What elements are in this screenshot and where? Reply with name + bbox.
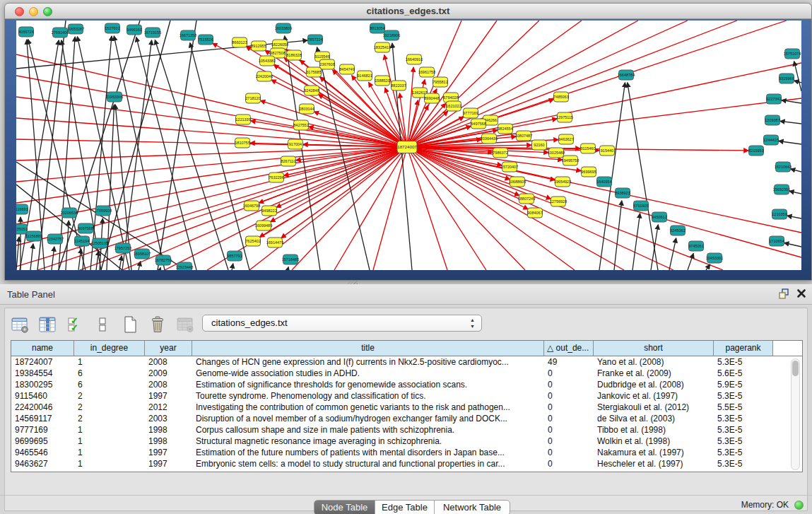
cell-title[interactable]: Embryonic stem cells: a model to study s… [192, 458, 544, 469]
cell-title[interactable]: Estimation of the future numbers of pati… [192, 447, 544, 458]
graph-node[interactable]: 9745061 [688, 241, 703, 251]
cell-year[interactable]: 1997 [145, 390, 192, 402]
cell-year[interactable]: 2003 [145, 413, 192, 424]
cell-in_degree[interactable]: 1 [74, 424, 145, 436]
cell-short[interactable]: Tibbo et al. (1998) [594, 424, 714, 436]
table-row[interactable]: 2242004622012Investigating the contribut… [11, 402, 802, 413]
graph-node[interactable]: 4055724 [18, 27, 33, 37]
cell-name[interactable]: 9465546 [11, 447, 74, 458]
graph-node[interactable]: 7485063 [553, 92, 568, 102]
graph-node[interactable]: 16099489 [255, 221, 272, 230]
cell-out_de[interactable]: 0 [544, 413, 594, 424]
cell-out_de[interactable]: 49 [544, 356, 594, 368]
citation-network-graph[interactable]: 4055724276914061065328715276026466160167… [16, 21, 801, 270]
cell-in_degree[interactable]: 2 [74, 390, 145, 402]
network-canvas[interactable]: 4055724276914061065328715276026466160167… [16, 21, 801, 270]
graph-node[interactable]: 7857224 [307, 35, 322, 45]
graph-node[interactable]: 2803144 [299, 104, 314, 114]
graph-node[interactable]: 16914479 [266, 238, 283, 247]
graph-node[interactable]: 9245062 [670, 226, 685, 235]
graph-node[interactable]: 16782759 [155, 255, 172, 265]
graph-node[interactable]: 8660123 [232, 37, 247, 47]
column-visibility-icon[interactable] [37, 314, 58, 335]
cell-year[interactable]: 1998 [145, 436, 192, 447]
table-row[interactable]: 946362711997Embryonic stem cells: a mode… [11, 458, 802, 469]
column-header-in_degree[interactable]: in_degree [74, 341, 145, 356]
cell-in_degree[interactable]: 6 [74, 368, 145, 379]
cell-short[interactable]: Nakamura et al. (1997) [594, 447, 714, 458]
graph-node[interactable]: 6466160 [126, 25, 141, 35]
graph-node[interactable]: 8813054 [370, 23, 384, 33]
graph-node[interactable]: 1935051 [16, 224, 28, 234]
column-header-short[interactable]: short [594, 341, 714, 356]
graph-node[interactable]: 9824554 [498, 124, 512, 134]
cell-year[interactable]: 1997 [145, 447, 192, 458]
graph-node[interactable]: 8454749 [339, 64, 354, 74]
graph-node[interactable]: 1810755 [235, 138, 249, 148]
graph-node[interactable]: 9115460 [580, 144, 595, 153]
graph-node[interactable]: 15718485 [282, 255, 299, 264]
graph-node[interactable]: 1244415 [763, 135, 778, 145]
column-header-pagerank[interactable]: pagerank [714, 341, 773, 356]
graph-node[interactable]: 18724007 [397, 141, 417, 153]
graph-node[interactable]: 915440 [600, 146, 615, 156]
cell-pagerank[interactable]: 5.3E-5 [714, 413, 773, 424]
graph-node[interactable]: 8822037 [391, 81, 406, 90]
graph-node[interactable]: 9463627 [558, 134, 573, 144]
close-panel-icon[interactable] [796, 288, 806, 301]
cell-short[interactable]: Dudbridge et al. (2008) [594, 379, 714, 390]
float-panel-icon[interactable] [778, 288, 789, 302]
graph-node[interactable]: 1210359 [772, 209, 787, 219]
column-header-title[interactable]: title [192, 341, 544, 356]
graph-node[interactable]: 10025488 [548, 148, 565, 158]
graph-node[interactable]: 7632296 [269, 173, 283, 182]
row-stack-icon[interactable] [92, 314, 113, 335]
graph-node[interactable]: 17359928 [95, 206, 112, 216]
cell-name[interactable]: 19384554 [11, 368, 74, 379]
cell-name[interactable]: 9463627 [11, 458, 74, 469]
graph-node[interactable]: 16210643 [775, 162, 792, 172]
cell-title[interactable]: Structural magnetic resonance image aver… [192, 436, 544, 447]
table-settings-icon[interactable] [9, 314, 30, 335]
cell-short[interactable]: Franke et al. (2009) [594, 368, 714, 379]
cell-year[interactable]: 2009 [145, 368, 192, 379]
cell-in_degree[interactable]: 6 [74, 379, 145, 390]
column-header-year[interactable]: year [145, 341, 192, 356]
graph-node[interactable]: 9450612 [652, 212, 666, 222]
graph-node[interactable]: 9498222 [261, 206, 276, 216]
graph-node[interactable]: 10653287 [67, 24, 84, 34]
cell-pagerank[interactable]: 5.3E-5 [714, 424, 773, 436]
graph-node[interactable]: 19218906 [383, 30, 400, 40]
graph-node[interactable]: 9699695 [581, 167, 596, 177]
graph-node[interactable]: 16046798 [243, 201, 260, 211]
network-window-titlebar[interactable]: citations_edges.txt [5, 4, 811, 19]
graph-node[interactable]: 2718120 [245, 93, 260, 103]
graph-node[interactable]: 2367608 [319, 59, 334, 69]
cell-out_de[interactable]: 0 [544, 447, 594, 458]
cell-in_degree[interactable]: 1 [74, 436, 145, 447]
graph-node[interactable]: 15751074 [784, 49, 801, 59]
cell-pagerank[interactable]: 5.3E-5 [714, 356, 773, 368]
cell-in_degree[interactable]: 2 [74, 402, 145, 413]
graph-node[interactable]: 19654923 [554, 177, 571, 187]
graph-node[interactable]: 22420046 [256, 71, 273, 81]
cell-in_degree[interactable]: 1 [74, 447, 145, 458]
cell-name[interactable]: 9777169 [11, 424, 74, 436]
cell-pagerank[interactable]: 5.9E-5 [714, 379, 773, 390]
cell-year[interactable]: 2012 [145, 402, 192, 413]
graph-node[interactable]: 7625402 [245, 236, 260, 246]
cell-out_de[interactable]: 0 [544, 379, 594, 390]
cell-out_de[interactable]: 0 [544, 436, 594, 447]
graph-node[interactable]: 8912955 [251, 41, 266, 51]
graph-node[interactable]: 1527602 [105, 23, 119, 33]
table-vertical-scrollbar[interactable] [791, 358, 800, 470]
scrollbar-thumb[interactable] [792, 361, 799, 376]
cell-in_degree[interactable]: 1 [74, 458, 145, 469]
cell-in_degree[interactable]: 1 [74, 356, 145, 368]
table-row[interactable]: 1830029562008Estimation of significance … [11, 379, 802, 390]
cell-name[interactable]: 18724007 [11, 356, 74, 368]
cell-year[interactable]: 1998 [145, 424, 192, 436]
graph-node[interactable]: 16671358 [180, 30, 196, 40]
table-row[interactable]: 969969511998Structural magnetic resonanc… [11, 436, 802, 447]
graph-node[interactable]: 16961758 [418, 67, 435, 77]
